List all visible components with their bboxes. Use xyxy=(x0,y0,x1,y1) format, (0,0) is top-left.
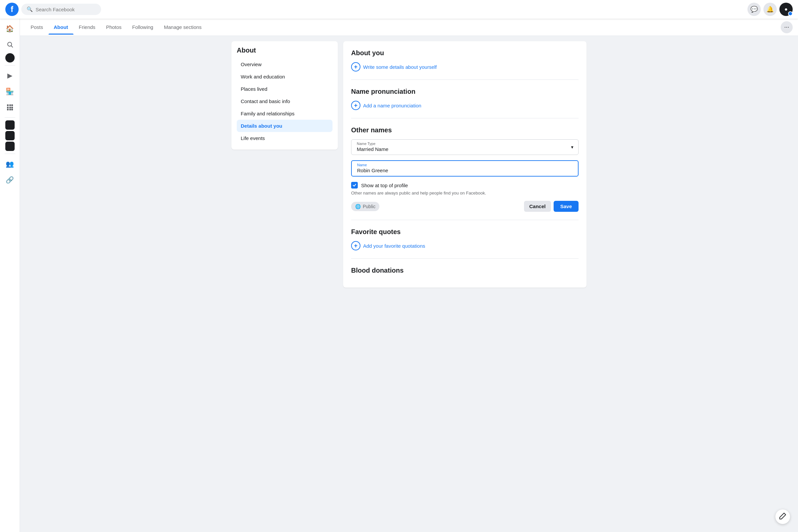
add-quotes-icon: + xyxy=(351,241,360,250)
other-names-title: Other names xyxy=(351,126,578,134)
tab-posts[interactable]: Posts xyxy=(25,20,49,35)
sidebar-divider-3 xyxy=(5,154,15,154)
square-icon-2[interactable] xyxy=(5,131,15,140)
name-type-select[interactable]: Nickname Maiden Name Married Name Former… xyxy=(352,140,578,155)
main-wrapper: Posts About Friends Photos Following Man… xyxy=(20,19,798,532)
content-area: About Overview Work and education Places… xyxy=(226,36,592,293)
search-icon: 🔍 xyxy=(26,6,33,12)
name-pronunciation-title: Name pronunciation xyxy=(351,88,578,95)
add-pronunciation-label: Add a name pronunciation xyxy=(363,103,421,108)
about-left-panel: About Overview Work and education Places… xyxy=(231,41,338,150)
divider-1 xyxy=(351,79,578,80)
avatar-initial: ● xyxy=(784,6,788,12)
menu-item-family[interactable]: Family and relationships xyxy=(237,108,332,120)
left-sidebar: 🏠 ▶ 🏪 👥 🔗 xyxy=(0,19,20,532)
search-input[interactable] xyxy=(36,7,96,12)
svg-rect-5 xyxy=(7,107,8,108)
favorite-quotes-title: Favorite quotes xyxy=(351,228,578,236)
menu-item-details[interactable]: Details about you xyxy=(237,120,332,132)
action-buttons: Cancel Save xyxy=(524,201,578,212)
show-top-label: Show at top of profile xyxy=(361,183,408,188)
square-icon-3[interactable] xyxy=(5,141,15,151)
avatar-badge xyxy=(788,11,793,16)
public-badge[interactable]: 🌐 Public xyxy=(351,202,379,211)
active-dot xyxy=(5,53,15,62)
tab-about[interactable]: About xyxy=(49,20,74,35)
apps-icon[interactable] xyxy=(3,100,17,115)
svg-rect-6 xyxy=(9,107,11,108)
video-icon[interactable]: ▶ xyxy=(3,68,17,83)
name-input-wrapper: Name xyxy=(351,160,578,176)
add-quotes-link[interactable]: + Add your favorite quotations xyxy=(351,241,578,250)
svg-rect-4 xyxy=(11,104,13,106)
search-sidebar-icon[interactable] xyxy=(3,37,17,52)
save-button[interactable]: Save xyxy=(554,201,578,212)
menu-item-overview[interactable]: Overview xyxy=(237,58,332,71)
edit-fab-button[interactable] xyxy=(775,509,790,524)
tab-friends[interactable]: Friends xyxy=(74,20,101,35)
messenger-button[interactable]: 💬 xyxy=(747,3,761,16)
helper-text: Other names are always public and help p… xyxy=(351,191,578,195)
add-about-you-label: Write some details about yourself xyxy=(363,64,437,70)
cancel-button[interactable]: Cancel xyxy=(524,201,551,212)
name-type-wrapper: Name Type Nickname Maiden Name Married N… xyxy=(351,139,578,155)
tab-manage-sections[interactable]: Manage sections xyxy=(158,20,207,35)
tab-following[interactable]: Following xyxy=(127,20,158,35)
menu-item-contact[interactable]: Contact and basic info xyxy=(237,95,332,108)
svg-rect-9 xyxy=(9,109,11,110)
svg-rect-10 xyxy=(11,109,13,110)
about-panel-title: About xyxy=(237,46,332,54)
search-container: 🔍 xyxy=(21,4,101,15)
add-quotes-label: Add your favorite quotations xyxy=(363,243,425,249)
add-about-you-link[interactable]: + Write some details about yourself xyxy=(351,62,578,72)
link-icon[interactable]: 🔗 xyxy=(3,173,17,187)
svg-rect-2 xyxy=(7,104,8,106)
show-top-checkbox[interactable] xyxy=(351,182,358,189)
blood-donations-title: Blood donations xyxy=(351,267,578,274)
user-avatar-nav[interactable]: ● xyxy=(779,3,793,16)
add-name-pronunciation-link[interactable]: + Add a name pronunciation xyxy=(351,101,578,110)
nav-right-section: 💬 🔔 ● xyxy=(747,3,793,16)
add-pronunciation-icon: + xyxy=(351,101,360,110)
tab-photos[interactable]: Photos xyxy=(101,20,127,35)
marketplace-icon[interactable]: 🏪 xyxy=(3,84,17,99)
notification-button[interactable]: 🔔 xyxy=(763,3,777,16)
friends-icon[interactable]: 👥 xyxy=(3,157,17,171)
globe-icon: 🌐 xyxy=(355,204,361,209)
svg-rect-8 xyxy=(7,109,8,110)
menu-item-life-events[interactable]: Life events xyxy=(237,132,332,144)
profile-tabs-bar: Posts About Friends Photos Following Man… xyxy=(20,19,798,36)
sidebar-divider-2 xyxy=(5,117,15,118)
sidebar-divider-1 xyxy=(5,65,15,65)
public-label: Public xyxy=(363,204,375,209)
tab-more-button[interactable]: ··· xyxy=(781,21,793,33)
svg-line-1 xyxy=(11,46,13,48)
divider-4 xyxy=(351,258,578,259)
action-row: 🌐 Public Cancel Save xyxy=(351,201,578,212)
svg-rect-7 xyxy=(11,107,13,108)
menu-item-work[interactable]: Work and education xyxy=(237,71,332,83)
show-top-row: Show at top of profile xyxy=(351,182,578,189)
about-right-panel: About you + Write some details about you… xyxy=(343,41,587,288)
about-you-title: About you xyxy=(351,49,578,57)
menu-item-places[interactable]: Places lived xyxy=(237,83,332,95)
name-input[interactable] xyxy=(352,161,578,176)
name-type-field: Name Type Nickname Maiden Name Married N… xyxy=(351,139,578,155)
add-about-you-icon: + xyxy=(351,62,360,72)
edit-fab-icon xyxy=(779,512,786,521)
facebook-logo[interactable]: f xyxy=(5,3,19,16)
top-navigation: f 🔍 💬 🔔 ● xyxy=(0,0,798,19)
divider-2 xyxy=(351,118,578,118)
svg-rect-3 xyxy=(9,104,11,106)
square-icon-1[interactable] xyxy=(5,120,15,130)
divider-3 xyxy=(351,220,578,220)
home-icon[interactable]: 🏠 xyxy=(3,21,17,36)
name-field: Name xyxy=(351,160,578,176)
